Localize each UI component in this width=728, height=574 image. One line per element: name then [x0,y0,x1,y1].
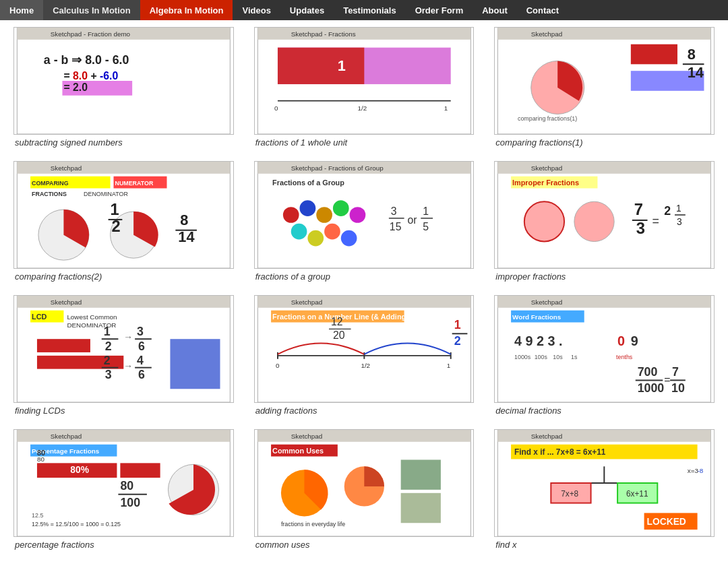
svg-text:Sketchpad - Fraction demo: Sketchpad - Fraction demo [51,30,131,38]
nav-item-contact[interactable]: Contact [517,0,568,20]
nav-item-home[interactable]: Home [0,0,43,20]
gallery-item-subtracting[interactable]: Sketchpad - Fraction demo a - b ⇒ 8.0 - … [13,27,234,148]
caption-adding: adding fractions [254,403,475,416]
svg-rect-66 [498,162,711,174]
svg-rect-89 [37,356,123,369]
nav-item-updates[interactable]: Updates [280,0,334,20]
nav-item-calculus[interactable]: Calculus In Motion [43,0,140,20]
thumb-commonuses[interactable]: Sketchpad Common Uses fractions in every… [254,429,475,537]
thumb-subtracting[interactable]: Sketchpad - Fraction demo a - b ⇒ 8.0 - … [13,27,234,135]
svg-text:FRACTIONS: FRACTIONS [32,191,67,197]
svg-text:7x+8: 7x+8 [561,489,578,499]
svg-point-56 [324,224,340,240]
gallery-item-lcd[interactable]: Sketchpad LCD Lowest Common DENOMINATOR … [13,295,234,416]
svg-text:→: → [123,360,133,371]
svg-point-52 [333,200,349,216]
svg-text:Sketchpad - Fractions: Sketchpad - Fractions [291,30,355,38]
gallery-item-comparingfrac1[interactable]: Sketchpad 8 14 comparing fractions(1) co… [494,27,715,148]
svg-text:Sketchpad: Sketchpad [531,30,563,38]
svg-rect-104 [170,339,220,389]
thumb-comparingfrac2[interactable]: Sketchpad COMPARING NUMERATOR FRACTIONS … [13,161,234,269]
gallery-item-improper[interactable]: Sketchpad Improper Fractions 7 3 = 2 1 3… [494,161,715,282]
gallery-item-adding[interactable]: Sketchpad Fractions on a Number Line (& … [254,295,475,416]
svg-text:4: 4 [137,354,144,367]
caption-decimal: decimal fractions [494,403,715,416]
svg-text:14: 14 [688,64,704,81]
svg-rect-166 [400,459,440,489]
svg-point-57 [340,230,357,247]
svg-text:10s: 10s [553,354,564,360]
svg-text:2: 2 [112,218,121,235]
svg-text:14: 14 [178,228,194,245]
nav-item-algebra[interactable]: Algebra In Motion [140,0,233,20]
svg-text:700: 700 [638,365,658,379]
gallery-item-percentage[interactable]: Sketchpad Percentage Fractions 80% 80 80… [13,429,234,550]
svg-text:80%: 80% [70,464,89,475]
svg-rect-82 [17,296,230,308]
gallery-item-fractionsgroup[interactable]: Sketchpad - Fractions of Group Fractions… [254,161,475,282]
nav-item-order[interactable]: Order Form [406,0,473,20]
svg-text:0: 0 [617,333,625,348]
svg-text:fractions in everyday life: fractions in everyday life [281,521,345,528]
svg-text:15: 15 [390,221,402,232]
thumb-adding[interactable]: Sketchpad Fractions on a Number Line (& … [254,295,475,403]
svg-text:2: 2 [454,334,460,348]
svg-rect-106 [257,296,471,308]
svg-text:= 2.0: = 2.0 [63,82,88,93]
gallery-item-comparingfrac2[interactable]: Sketchpad COMPARING NUMERATOR FRACTIONS … [13,161,234,282]
svg-text:80: 80 [120,479,133,492]
thumb-comparingfrac1[interactable]: Sketchpad 8 14 comparing fractions(1) [494,27,715,135]
gallery-grid: Sketchpad - Fraction demo a - b ⇒ 8.0 - … [0,20,728,556]
nav-item-about[interactable]: About [473,0,517,20]
svg-text:= 8.0 + -6.0: = 8.0 + -6.0 [63,70,118,82]
svg-text:Improper Fractions: Improper Fractions [512,179,579,187]
gallery-item-commonuses[interactable]: Sketchpad Common Uses fractions in every… [254,429,475,550]
gallery-item-decimal[interactable]: Sketchpad Word Fractions 4 9 2 3 . 0 9 1… [494,295,715,416]
svg-text:2: 2 [105,340,112,353]
svg-text:6: 6 [138,340,145,353]
svg-rect-9 [257,28,471,40]
svg-text:3: 3 [390,205,396,217]
svg-text:1: 1 [444,104,447,112]
thumb-fractionsgroup[interactable]: Sketchpad - Fractions of Group Fractions… [254,161,475,269]
svg-text:1/2: 1/2 [357,104,367,112]
svg-text:12.5% = 12.5/100 = 1000 = 0.12: 12.5% = 12.5/100 = 1000 = 0.125 [32,521,121,528]
caption-improper: improper fractions [494,269,715,282]
svg-rect-88 [37,339,90,352]
svg-text:Sketchpad: Sketchpad [531,433,563,440]
nav-item-videos[interactable]: Videos [233,0,280,20]
svg-text:1: 1 [423,205,429,217]
caption-fractions1whole: fractions of 1 whole unit [254,135,475,148]
svg-text:Common Uses: Common Uses [272,447,324,455]
svg-point-53 [349,207,365,223]
svg-text:1: 1 [446,362,450,369]
thumb-percentage[interactable]: Sketchpad Percentage Fractions 80% 80 80… [13,429,234,537]
svg-rect-167 [400,493,440,523]
svg-point-51 [316,207,332,223]
svg-text:8: 8 [688,46,696,63]
gallery-item-fractions1whole[interactable]: Sketchpad - Fractions 1 0 1/2 1 fraction… [254,27,475,148]
svg-text:Word Fractions: Word Fractions [512,313,562,321]
svg-point-55 [307,230,324,247]
svg-rect-150 [120,463,160,478]
svg-text:1: 1 [111,201,119,218]
nav-item-testimonials[interactable]: Testimonials [334,0,406,20]
svg-rect-21 [631,44,677,65]
svg-text:1: 1 [337,57,345,74]
svg-text:0: 0 [274,104,278,112]
svg-text:DENOMINATOR: DENOMINATOR [84,191,128,197]
svg-text:comparing fractions(1): comparing fractions(1) [518,115,577,122]
caption-percentage: percentage fractions [13,537,234,550]
thumb-decimal[interactable]: Sketchpad Word Fractions 4 9 2 3 . 0 9 1… [494,295,715,403]
svg-text:100: 100 [120,496,140,509]
svg-text:-8: -8 [698,467,704,474]
gallery-item-findx[interactable]: Sketchpad Find x if ... 7x+8 = 6x+11 7x+… [494,429,715,550]
thumb-findx[interactable]: Sketchpad Find x if ... 7x+8 = 6x+11 7x+… [494,429,715,537]
svg-text:3: 3 [137,325,144,338]
svg-rect-160 [257,430,471,442]
svg-text:LCD: LCD [32,313,47,321]
thumb-lcd[interactable]: Sketchpad LCD Lowest Common DENOMINATOR … [13,295,234,403]
svg-text:0: 0 [276,362,280,369]
thumb-improper[interactable]: Sketchpad Improper Fractions 7 3 = 2 1 3 [494,161,715,269]
thumb-fractions1whole[interactable]: Sketchpad - Fractions 1 0 1/2 1 [254,27,475,135]
